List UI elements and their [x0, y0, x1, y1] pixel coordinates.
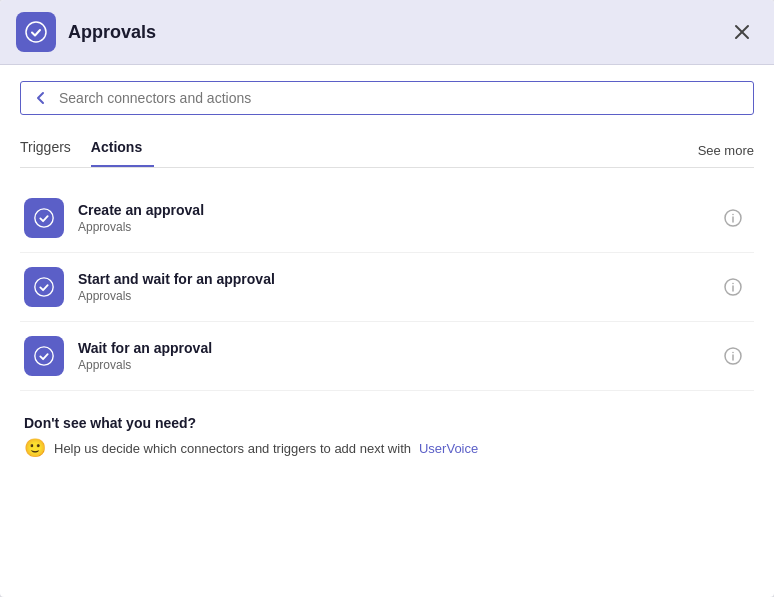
action-sub-create: Approvals	[78, 220, 716, 234]
svg-point-3	[35, 209, 53, 227]
search-bar	[20, 81, 754, 115]
action-icon-wait	[24, 336, 64, 376]
footer-desc-prefix: Help us decide which connectors and trig…	[54, 441, 411, 456]
tabs-bar: Triggers Actions See more	[20, 133, 754, 168]
action-item-wait[interactable]: Wait for an approval Approvals	[20, 322, 754, 391]
action-name-wait: Wait for an approval	[78, 340, 716, 356]
see-more-button[interactable]: See more	[698, 139, 754, 162]
smile-icon: 🙂	[24, 437, 46, 459]
action-text-create: Create an approval Approvals	[78, 202, 716, 234]
action-item-start-wait[interactable]: Start and wait for an approval Approvals	[20, 253, 754, 322]
action-text-wait: Wait for an approval Approvals	[78, 340, 716, 372]
svg-point-10	[732, 283, 734, 285]
action-icon-start	[24, 267, 64, 307]
approvals-dialog: Approvals Triggers Actions See more	[0, 0, 774, 597]
app-icon	[16, 12, 56, 52]
action-item-create-approval[interactable]: Create an approval Approvals	[20, 184, 754, 253]
action-list: Create an approval Approvals	[20, 184, 754, 391]
info-button-start[interactable]	[716, 274, 750, 300]
dialog-title: Approvals	[68, 22, 726, 43]
svg-point-11	[35, 347, 53, 365]
dialog-header: Approvals	[0, 0, 774, 65]
footer-title: Don't see what you need?	[24, 415, 750, 431]
action-icon-create	[24, 198, 64, 238]
action-sub-wait: Approvals	[78, 358, 716, 372]
info-button-wait[interactable]	[716, 343, 750, 369]
action-name-start: Start and wait for an approval	[78, 271, 716, 287]
back-button[interactable]	[33, 90, 49, 106]
action-sub-start: Approvals	[78, 289, 716, 303]
info-button-create[interactable]	[716, 205, 750, 231]
svg-point-6	[732, 214, 734, 216]
close-button[interactable]	[726, 20, 758, 44]
dialog-body: Triggers Actions See more Create an appr…	[0, 65, 774, 597]
footer-description: 🙂 Help us decide which connectors and tr…	[24, 437, 750, 459]
svg-point-7	[35, 278, 53, 296]
footer: Don't see what you need? 🙂 Help us decid…	[20, 415, 754, 467]
action-name-create: Create an approval	[78, 202, 716, 218]
action-text-start: Start and wait for an approval Approvals	[78, 271, 716, 303]
uservoice-link[interactable]: UserVoice	[419, 441, 478, 456]
search-input[interactable]	[59, 90, 741, 106]
tab-triggers[interactable]: Triggers	[20, 133, 83, 167]
svg-point-14	[732, 352, 734, 354]
tab-actions[interactable]: Actions	[91, 133, 154, 167]
svg-point-0	[26, 22, 46, 42]
